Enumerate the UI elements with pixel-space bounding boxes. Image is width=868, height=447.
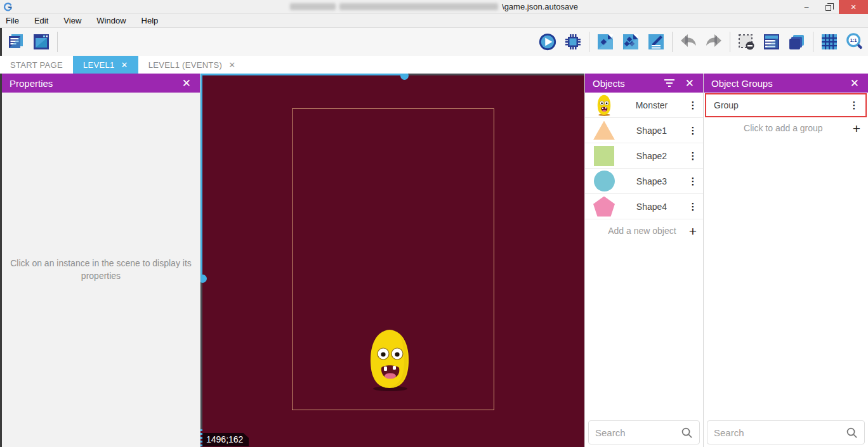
object-row-shape4[interactable]: Shape4 ⋮ bbox=[585, 194, 703, 219]
circle-thumbnail bbox=[594, 171, 615, 191]
object-row-shape3[interactable]: Shape3 ⋮ bbox=[585, 169, 703, 194]
title-bar: \game.json.autosave – ✕ bbox=[0, 0, 868, 14]
grid-icon[interactable] bbox=[820, 32, 839, 51]
object-row-monster[interactable]: Monster ⋮ bbox=[585, 93, 703, 118]
object-name: Monster bbox=[615, 100, 688, 110]
project-manager-icon[interactable] bbox=[6, 32, 25, 51]
object-menu-icon[interactable]: ⋮ bbox=[688, 125, 698, 136]
group-name: Group bbox=[714, 100, 849, 110]
filter-icon[interactable] bbox=[664, 79, 675, 87]
objects-search-input[interactable] bbox=[595, 427, 681, 438]
tab-label: START PAGE bbox=[10, 60, 63, 70]
search-icon bbox=[681, 427, 693, 439]
groups-search-input[interactable] bbox=[714, 427, 846, 438]
object-menu-icon[interactable]: ⋮ bbox=[688, 201, 698, 212]
properties-panel: Properties ✕ Click on an instance in the… bbox=[0, 74, 201, 447]
menu-edit[interactable]: Edit bbox=[27, 14, 56, 28]
properties-header: Properties ✕ bbox=[2, 74, 200, 93]
redo-icon[interactable] bbox=[704, 32, 723, 51]
menu-bar: File Edit View Window Help bbox=[0, 14, 868, 28]
objects-search-box[interactable] bbox=[588, 420, 700, 444]
tab-close-icon[interactable]: ✕ bbox=[121, 60, 128, 70]
add-object-button[interactable]: Add a new object + bbox=[585, 219, 703, 242]
edit-scene-icon[interactable] bbox=[647, 32, 666, 51]
restore-button[interactable] bbox=[817, 0, 839, 14]
triangle-thumbnail bbox=[593, 121, 615, 140]
group-row-highlighted[interactable]: Group ⋮ bbox=[705, 93, 867, 117]
canvas-selection-border bbox=[201, 74, 202, 278]
menu-view[interactable]: View bbox=[56, 14, 89, 28]
tab-close-icon[interactable]: ✕ bbox=[228, 60, 235, 70]
svg-text:1:1: 1:1 bbox=[850, 37, 857, 43]
plus-icon: + bbox=[853, 122, 860, 135]
object-menu-icon[interactable]: ⋮ bbox=[688, 100, 698, 111]
toolbar: 1:1 bbox=[0, 28, 868, 56]
tab-level1[interactable]: LEVEL1 ✕ bbox=[73, 56, 138, 74]
object-groups-close-icon[interactable]: ✕ bbox=[849, 77, 860, 90]
menu-file[interactable]: File bbox=[0, 14, 27, 28]
object-row-shape1[interactable]: Shape1 ⋮ bbox=[585, 118, 703, 143]
properties-title: Properties bbox=[10, 78, 181, 89]
deselect-all-icon[interactable] bbox=[737, 32, 756, 51]
add-group-label: Click to add a group bbox=[714, 123, 853, 133]
search-icon bbox=[846, 427, 858, 439]
object-name: Shape2 bbox=[615, 151, 688, 161]
object-groups-header: Object Groups ✕ bbox=[704, 74, 868, 93]
monster-instance[interactable] bbox=[366, 328, 413, 392]
scene-canvas[interactable]: 1496;162 bbox=[201, 74, 584, 447]
object-name: Shape1 bbox=[615, 126, 688, 136]
window-title: \game.json.autosave bbox=[0, 0, 868, 13]
gdevelop-app-icon bbox=[3, 2, 13, 12]
canvas-border bbox=[201, 278, 202, 429]
window-title-text: \game.json.autosave bbox=[502, 2, 578, 11]
objects-panel: Objects ✕ Monster ⋮ bbox=[584, 74, 703, 447]
zoom-1-1-icon[interactable]: 1:1 bbox=[845, 32, 864, 51]
object-groups-title: Object Groups bbox=[711, 78, 849, 89]
tab-level1-events[interactable]: LEVEL1 (EVENTS) ✕ bbox=[138, 56, 246, 74]
object-menu-icon[interactable]: ⋮ bbox=[688, 176, 698, 187]
properties-empty-message: Click on an instance in the scene to dis… bbox=[9, 257, 193, 282]
menu-window[interactable]: Window bbox=[89, 14, 133, 28]
undo-icon[interactable] bbox=[679, 32, 698, 51]
groups-search-box[interactable] bbox=[707, 420, 865, 444]
pentagon-thumbnail bbox=[593, 197, 615, 217]
window-edge bbox=[0, 28, 2, 56]
close-button[interactable]: ✕ bbox=[839, 0, 868, 14]
redacted-path-segment bbox=[290, 3, 336, 10]
layers-icon[interactable] bbox=[787, 32, 806, 51]
tab-label: LEVEL1 (EVENTS) bbox=[148, 60, 223, 70]
scene-properties-icon[interactable] bbox=[32, 32, 51, 51]
object-name: Shape3 bbox=[615, 176, 688, 186]
cursor-coordinates: 1496;162 bbox=[202, 433, 249, 446]
monster-thumbnail bbox=[593, 94, 615, 117]
canvas-dashed-border bbox=[201, 429, 202, 447]
object-row-shape2[interactable]: Shape2 ⋮ bbox=[585, 143, 703, 169]
objects-title: Objects bbox=[593, 78, 664, 89]
object-name: Shape4 bbox=[615, 202, 688, 212]
objects-list-icon[interactable] bbox=[762, 32, 781, 51]
restore-icon bbox=[825, 5, 831, 11]
plus-icon: + bbox=[689, 224, 697, 238]
debug-icon[interactable] bbox=[563, 32, 582, 51]
canvas-border bbox=[404, 74, 584, 75]
properties-close-icon[interactable]: ✕ bbox=[181, 77, 192, 90]
resize-handle-top[interactable] bbox=[400, 74, 409, 80]
add-group-button[interactable]: Click to add a group + bbox=[704, 117, 868, 139]
menu-help[interactable]: Help bbox=[134, 14, 166, 28]
tab-bar: START PAGE LEVEL1 ✕ LEVEL1 (EVENTS) ✕ bbox=[0, 56, 868, 74]
redacted-path-segment bbox=[339, 3, 498, 10]
add-object-label: Add a new object bbox=[595, 226, 689, 236]
objects-header: Objects ✕ bbox=[585, 74, 703, 93]
tab-label: LEVEL1 bbox=[83, 60, 115, 70]
canvas-selection-border bbox=[201, 74, 404, 75]
tab-start-page[interactable]: START PAGE bbox=[0, 56, 73, 74]
resize-handle-left[interactable] bbox=[201, 275, 207, 283]
minimize-button[interactable]: – bbox=[796, 0, 817, 14]
toolbar-divider bbox=[57, 32, 58, 52]
add-multiple-instances-icon[interactable] bbox=[621, 32, 640, 51]
objects-close-icon[interactable]: ✕ bbox=[684, 77, 695, 90]
play-icon[interactable] bbox=[538, 32, 557, 51]
add-instance-icon[interactable] bbox=[596, 32, 615, 51]
object-menu-icon[interactable]: ⋮ bbox=[688, 150, 698, 162]
group-menu-icon[interactable]: ⋮ bbox=[849, 100, 859, 111]
